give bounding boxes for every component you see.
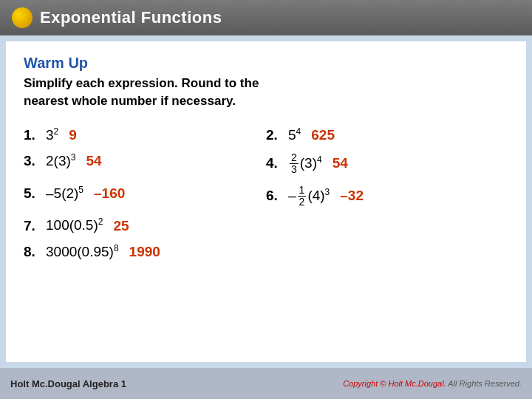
problem-1: 1. 32 9 [24, 122, 266, 148]
problem-6-expr: – 1 2 (4)3 [288, 185, 330, 208]
problem-4-answer: 54 [332, 155, 348, 171]
problem-1-expr: 32 [46, 126, 58, 143]
problems-grid: 1. 32 9 2. 54 625 3. 2(3)3 54 4. 2 3 (3)… [24, 122, 508, 265]
warmup-title: Warm Up [24, 55, 508, 72]
problem-5-answer: –160 [94, 185, 125, 202]
problem-3-answer: 54 [86, 153, 101, 169]
problem-7-number: 7. [24, 218, 43, 234]
problem-8: 8. 3000(0.95)8 1990 [24, 239, 508, 265]
problem-3: 3. 2(3)3 54 [24, 148, 266, 180]
problem-5-expr: –5(2)5 [46, 185, 83, 202]
problem-8-expr: 3000(0.95)8 [46, 243, 119, 260]
instruction: Simplify each expression. Round to the n… [24, 75, 508, 110]
problem-4-expr: 2 3 (3)4 [288, 152, 322, 176]
problem-6-number: 6. [266, 188, 285, 204]
problem-7: 7. 100(0.5)2 25 [24, 212, 508, 238]
problem-3-expr: 2(3)3 [46, 152, 75, 169]
problem-7-answer: 25 [113, 218, 129, 234]
footer-right-text: Copyright © Holt Mc.Dougal. All Rights R… [343, 379, 522, 388]
fraction-1-2: 1 2 [298, 185, 307, 208]
problem-2-answer: 625 [311, 127, 335, 143]
problem-6: 6. – 1 2 (4)3 –32 [266, 180, 508, 213]
fraction-2-3: 2 3 [290, 152, 299, 176]
problem-4: 4. 2 3 (3)4 54 [266, 148, 508, 180]
problem-2-expr: 54 [288, 126, 301, 143]
problem-8-number: 8. [24, 244, 43, 260]
main-content: Warm Up Simplify each expression. Round … [6, 41, 526, 362]
problem-2: 2. 54 625 [266, 122, 508, 148]
page-title: Exponential Functions [40, 8, 222, 27]
problem-5-number: 5. [24, 185, 43, 202]
problem-8-answer: 1990 [129, 244, 160, 260]
header-icon [12, 7, 33, 28]
footer-left-text: Holt Mc.Dougal Algebra 1 [10, 378, 126, 389]
problem-3-number: 3. [24, 153, 43, 169]
problem-1-answer: 9 [69, 127, 77, 143]
problem-5: 5. –5(2)5 –160 [24, 180, 266, 213]
problem-7-expr: 100(0.5)2 [46, 216, 103, 233]
problem-6-answer: –32 [340, 188, 364, 204]
problem-4-number: 4. [266, 155, 285, 171]
header: Exponential Functions [0, 0, 532, 35]
footer: Holt Mc.Dougal Algebra 1 Copyright © Hol… [0, 368, 532, 399]
problem-2-number: 2. [266, 127, 285, 143]
problem-1-number: 1. [24, 127, 43, 143]
